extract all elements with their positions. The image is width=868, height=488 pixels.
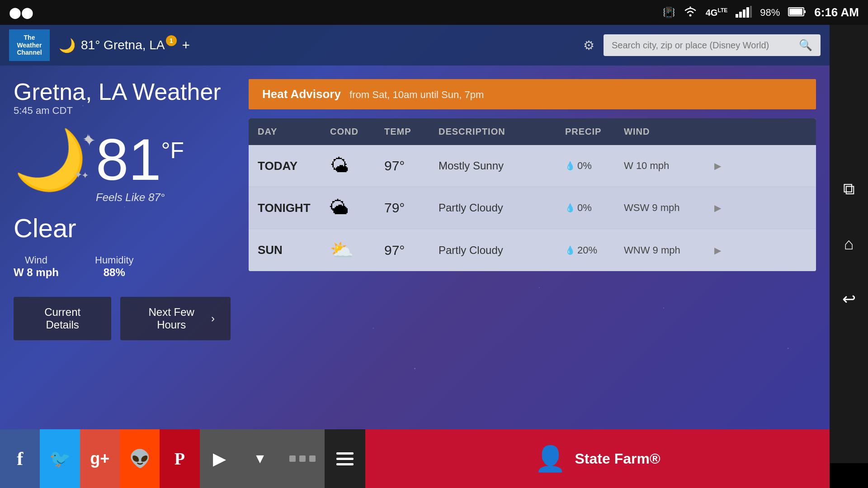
battery-icon bbox=[788, 6, 806, 19]
sun-precip-value: 20% bbox=[577, 244, 597, 256]
pinterest-icon: P bbox=[175, 449, 185, 469]
humidity-detail: Humidity 88% bbox=[95, 254, 134, 279]
status-time: 6:16 AM bbox=[814, 5, 859, 19]
twc-logo-line1: The bbox=[24, 34, 35, 42]
precip-icon: 💧 bbox=[565, 161, 575, 171]
twitter-button[interactable]: 🐦 bbox=[40, 429, 80, 488]
today-temp: 97° bbox=[384, 158, 439, 174]
humidity-value: 88% bbox=[95, 266, 134, 279]
search-icon[interactable]: 🔍 bbox=[799, 39, 812, 52]
today-precip-value: 0% bbox=[577, 160, 592, 172]
play-button[interactable]: ▶ bbox=[200, 429, 240, 488]
menu-line-2 bbox=[336, 458, 354, 460]
svg-rect-8 bbox=[804, 10, 806, 13]
next-few-hours-label: Next Few Hours bbox=[136, 306, 207, 331]
sun-label: SUN bbox=[258, 243, 330, 257]
dropdown-arrow-button[interactable]: ▼ bbox=[240, 429, 280, 488]
state-farm-logo: State Farm® bbox=[575, 450, 660, 467]
status-bar-left: ⬤⬤ bbox=[9, 6, 33, 19]
col-precip: PRECIP bbox=[565, 127, 624, 137]
bottom-bar: f 🐦 g+ 👽 P ▶ ▼ 👤 bbox=[0, 429, 830, 488]
action-buttons: Current Details Next Few Hours › bbox=[14, 297, 231, 340]
pinterest-button[interactable]: P bbox=[160, 429, 199, 488]
current-details-button[interactable]: Current Details bbox=[14, 297, 111, 340]
network-4g-icon: 4GLTE bbox=[706, 7, 727, 18]
svg-rect-3 bbox=[743, 9, 745, 18]
col-cond: COND bbox=[330, 127, 384, 137]
dot-2 bbox=[299, 455, 306, 462]
search-bar[interactable]: 🔍 bbox=[604, 34, 821, 56]
header-bar: The Weather Channel 🌙 81° Gretna, LA 1 +… bbox=[0, 25, 830, 66]
state-farm-ad[interactable]: 👤 State Farm® bbox=[365, 429, 830, 488]
bottom-controls: ▼ bbox=[240, 429, 365, 488]
sun-description: Partly Cloudy bbox=[439, 244, 565, 257]
play-icon: ▶ bbox=[213, 449, 226, 469]
google-plus-button[interactable]: g+ bbox=[80, 429, 120, 488]
sun-wind: WNW 9 mph bbox=[624, 244, 714, 256]
today-description: Mostly Sunny bbox=[439, 160, 565, 172]
tonight-label: TONIGHT bbox=[258, 201, 330, 215]
social-bar: f 🐦 g+ 👽 P ▶ bbox=[0, 429, 240, 488]
forecast-table-header: DAY COND TEMP DESCRIPTION PRECIP WIND bbox=[249, 118, 816, 145]
location-info: 🌙 81° Gretna, LA 1 + ⚙ bbox=[59, 38, 594, 53]
forecast-table: DAY COND TEMP DESCRIPTION PRECIP WIND TO… bbox=[249, 118, 816, 271]
svg-rect-4 bbox=[746, 7, 749, 18]
night-moon-icon: 🌙 bbox=[59, 38, 75, 53]
state-farm-person-icon: 👤 bbox=[535, 444, 566, 474]
current-location-temp: 81° Gretna, LA bbox=[81, 38, 165, 52]
svg-rect-7 bbox=[789, 9, 802, 15]
tonight-wind: WSW 9 mph bbox=[624, 202, 714, 214]
wind-label: Wind bbox=[14, 254, 59, 266]
reddit-button[interactable]: 👽 bbox=[120, 429, 160, 488]
sun-chevron-icon: ▶ bbox=[714, 245, 732, 256]
current-weather-display: 🌙 ✦ ✦ 81 °F Feels Like 87° bbox=[14, 130, 231, 204]
vibrate-icon: 📳 bbox=[663, 7, 675, 19]
today-precip: 💧 0% bbox=[565, 160, 624, 172]
heat-advisory-banner[interactable]: Heat Advisory from Sat, 10am until Sun, … bbox=[249, 79, 816, 109]
main-weather-area: The Weather Channel 🌙 81° Gretna, LA 1 +… bbox=[0, 25, 830, 429]
forecast-row-sun[interactable]: SUN ⛅ 97° Partly Cloudy 💧 20% WNW 9 mph … bbox=[249, 229, 816, 271]
col-wind: WIND bbox=[624, 127, 714, 137]
col-temp: TEMP bbox=[384, 127, 439, 137]
condition-label: Clear bbox=[14, 213, 231, 243]
menu-button[interactable] bbox=[325, 429, 365, 488]
alert-detail: from Sat, 10am until Sun, 7pm bbox=[349, 89, 484, 100]
add-location-icon[interactable]: + bbox=[182, 38, 190, 53]
city-time: 5:45 am CDT bbox=[14, 105, 231, 117]
temperature-display: 81 °F bbox=[96, 130, 184, 189]
sun-temp: 97° bbox=[384, 243, 439, 258]
today-chevron-icon: ▶ bbox=[714, 160, 732, 171]
svg-rect-1 bbox=[736, 14, 738, 18]
tonight-chevron-icon: ▶ bbox=[714, 202, 732, 213]
next-few-hours-button[interactable]: Next Few Hours › bbox=[120, 297, 231, 340]
tonight-condition-icon: 🌥 bbox=[330, 197, 384, 219]
home-icon[interactable]: ⌂ bbox=[844, 235, 854, 253]
reddit-icon: 👽 bbox=[129, 449, 151, 469]
nav-dots bbox=[280, 455, 325, 462]
menu-line-1 bbox=[336, 452, 354, 455]
left-panel: Gretna, LA Weather 5:45 am CDT 🌙 ✦ ✦ 81 … bbox=[14, 79, 231, 340]
search-input[interactable] bbox=[612, 40, 793, 51]
svg-point-0 bbox=[689, 14, 691, 17]
sun-precip: 💧 20% bbox=[565, 244, 624, 256]
dot-1 bbox=[289, 455, 296, 462]
forecast-row-tonight[interactable]: TONIGHT 🌥 79° Partly Cloudy 💧 0% WSW 9 m… bbox=[249, 187, 816, 229]
feels-like: Feels Like 87° bbox=[96, 191, 184, 204]
precip-icon-2: 💧 bbox=[565, 203, 575, 213]
notification-badge[interactable]: 1 bbox=[166, 35, 177, 46]
forecast-row-today[interactable]: TODAY 🌤 97° Mostly Sunny 💧 0% W 10 mph ▶ bbox=[249, 145, 816, 187]
next-few-hours-arrow-icon: › bbox=[211, 312, 215, 325]
status-bar: ⬤⬤ 📳 4GLTE 98% bbox=[0, 0, 868, 25]
settings-gear-icon[interactable]: ⚙ bbox=[583, 38, 594, 53]
dropdown-arrow-icon: ▼ bbox=[253, 451, 267, 466]
facebook-button[interactable]: f bbox=[0, 429, 40, 488]
wind-value: W 8 mph bbox=[14, 266, 59, 279]
signal-bars-icon bbox=[736, 6, 752, 19]
voicemail-icon: ⬤⬤ bbox=[9, 6, 33, 19]
back-icon[interactable]: ↩ bbox=[842, 290, 856, 309]
temp-number: 81 bbox=[96, 130, 161, 189]
col-desc: DESCRIPTION bbox=[439, 127, 565, 137]
copy-icon[interactable]: ⧉ bbox=[843, 179, 855, 198]
alert-title: Heat Advisory bbox=[262, 87, 341, 101]
battery-percentage: 98% bbox=[760, 7, 780, 19]
